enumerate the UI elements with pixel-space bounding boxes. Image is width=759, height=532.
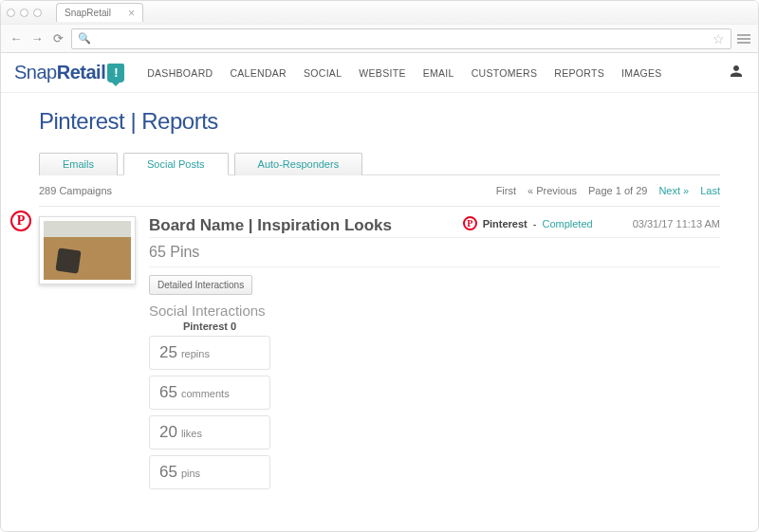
- metrics-list: 25repins 65comments 20likes 65pins: [149, 336, 720, 489]
- campaign-meta: P Pinterest - Completed 03/31/17 11:13 A…: [463, 216, 720, 230]
- metric-pins: 65pins: [149, 455, 270, 489]
- tab-auto-responders[interactable]: Auto-Responders: [234, 153, 363, 175]
- pager-next[interactable]: Next »: [658, 185, 689, 196]
- browser-toolbar: ← → ⟳ 🔍 ☆: [1, 24, 758, 52]
- browser-tab-title: SnapRetail: [65, 8, 111, 18]
- nav-website[interactable]: WEBSITE: [359, 67, 405, 79]
- window-min-dot[interactable]: [20, 9, 28, 17]
- nav-images[interactable]: IMAGES: [621, 67, 662, 79]
- brand-badge-icon: !: [107, 64, 124, 83]
- window-close-dot[interactable]: [7, 9, 15, 17]
- address-bar[interactable]: 🔍 ☆: [71, 28, 731, 49]
- app-header: SnapRetail ! DASHBOARD CALENDAR SOCIAL W…: [1, 53, 758, 93]
- pinterest-icon: P: [463, 216, 477, 230]
- tab-social-posts[interactable]: Social Posts: [123, 153, 229, 175]
- meta-separator: -: [533, 218, 537, 229]
- pinterest-icon: P: [10, 211, 31, 231]
- report-tabs: Emails Social Posts Auto-Responders: [39, 152, 720, 175]
- tab-emails[interactable]: Emails: [39, 153, 118, 175]
- nav-reports[interactable]: REPORTS: [554, 67, 604, 79]
- forward-icon[interactable]: →: [29, 31, 45, 46]
- browser-chrome: SnapRetail × ← → ⟳ 🔍 ☆: [1, 1, 758, 53]
- back-icon[interactable]: ←: [9, 31, 24, 46]
- page-content: Pinterest | Reports Emails Social Posts …: [1, 93, 758, 489]
- campaign-card: P Board Name | Inspiration Looks P Pinte…: [39, 206, 720, 489]
- pager-prev[interactable]: « Previous: [528, 185, 577, 196]
- pager-page-indicator: Page 1 of 29: [588, 185, 647, 196]
- network-label: Pinterest: [483, 218, 528, 229]
- nav-email[interactable]: EMAIL: [423, 67, 454, 79]
- window-max-dot[interactable]: [33, 9, 42, 17]
- browser-tab[interactable]: SnapRetail ×: [56, 3, 143, 22]
- page-title: Pinterest | Reports: [39, 108, 720, 135]
- status-label: Completed: [542, 218, 592, 229]
- metric-likes: 20likes: [149, 415, 270, 449]
- reload-icon[interactable]: ⟳: [50, 31, 65, 46]
- campaign-date: 03/31/17 11:13 AM: [633, 218, 720, 229]
- metric-repins: 25repins: [149, 336, 270, 370]
- detailed-interactions-button[interactable]: Detailed Interactions: [149, 275, 252, 295]
- browser-menu-icon[interactable]: [737, 34, 750, 44]
- bookmark-icon[interactable]: ☆: [713, 31, 725, 46]
- nav-calendar[interactable]: CALENDAR: [230, 67, 287, 79]
- user-icon[interactable]: [728, 63, 745, 83]
- brand-logo[interactable]: SnapRetail !: [14, 62, 124, 83]
- main-nav: DASHBOARD CALENDAR SOCIAL WEBSITE EMAIL …: [147, 67, 661, 79]
- brand-part1: Snap: [14, 62, 57, 83]
- close-icon[interactable]: ×: [128, 7, 135, 20]
- pins-count: 65 Pins: [149, 238, 720, 267]
- social-interactions-label: Social Interactions: [149, 303, 720, 319]
- browser-tabbar: SnapRetail ×: [1, 1, 758, 24]
- nav-social[interactable]: SOCIAL: [304, 67, 342, 79]
- campaign-title: Board Name | Inspiration Looks: [149, 216, 392, 235]
- pager-first[interactable]: First: [496, 185, 516, 196]
- search-icon: 🔍: [78, 32, 91, 45]
- pinterest-sublabel: Pinterest 0: [149, 321, 270, 332]
- nav-customers[interactable]: CUSTOMERS: [472, 67, 538, 79]
- pager-last[interactable]: Last: [700, 185, 720, 196]
- campaign-count: 289 Campaigns: [39, 185, 112, 196]
- brand-part2: Retail: [57, 62, 105, 83]
- campaign-thumbnail[interactable]: [39, 216, 136, 284]
- pager: First « Previous Page 1 of 29 Next » Las…: [496, 185, 720, 196]
- nav-dashboard[interactable]: DASHBOARD: [147, 67, 213, 79]
- metric-comments: 65comments: [149, 376, 270, 410]
- list-header: 289 Campaigns First « Previous Page 1 of…: [39, 175, 720, 206]
